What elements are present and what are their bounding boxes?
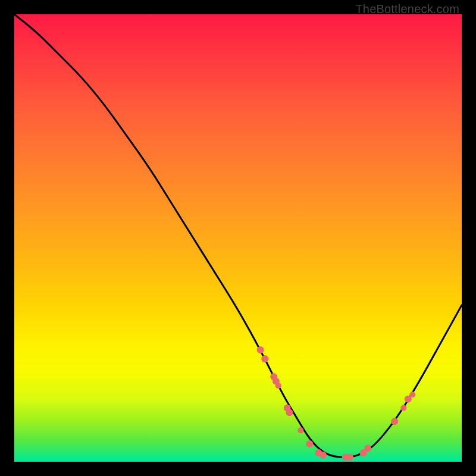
marker-point bbox=[346, 453, 353, 461]
marker-point bbox=[286, 409, 293, 416]
marker-point bbox=[257, 346, 264, 353]
marker-point bbox=[391, 418, 398, 425]
marker-point bbox=[320, 452, 327, 459]
curve-svg bbox=[14, 14, 462, 462]
marker-point bbox=[275, 383, 281, 389]
highlighted-points bbox=[257, 346, 416, 461]
chart-container: TheBottleneck.com bbox=[0, 0, 476, 476]
marker-point bbox=[306, 440, 313, 447]
marker-point bbox=[400, 405, 406, 411]
bottleneck-curve-path bbox=[14, 14, 462, 457]
marker-point bbox=[364, 444, 371, 452]
bottleneck-curve bbox=[14, 14, 462, 457]
marker-point bbox=[261, 355, 268, 362]
plot-area bbox=[14, 14, 462, 462]
marker-point bbox=[409, 392, 415, 397]
marker-point bbox=[298, 427, 303, 433]
